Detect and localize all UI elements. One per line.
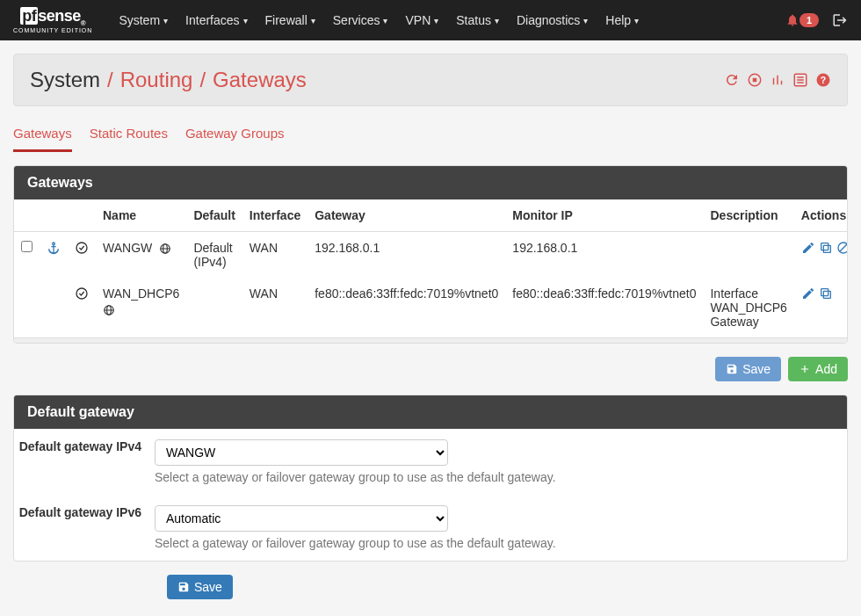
- chart-icon[interactable]: [770, 72, 785, 88]
- reload-icon[interactable]: [724, 72, 740, 88]
- svg-point-8: [76, 243, 87, 253]
- nav-help[interactable]: Help▾: [597, 3, 648, 38]
- svg-rect-20: [823, 291, 830, 298]
- save-button[interactable]: Save: [715, 357, 781, 381]
- tab-static-routes[interactable]: Static Routes: [90, 117, 168, 152]
- logout-icon[interactable]: [832, 12, 848, 28]
- nav-diagnostics[interactable]: Diagnostics▾: [508, 3, 597, 38]
- cell-desc: [703, 232, 793, 279]
- cell-desc: Interface WAN_DHCP6 Gateway: [703, 278, 793, 337]
- bc-gateways[interactable]: Gateways: [213, 68, 307, 92]
- save-icon: [726, 363, 738, 375]
- table-row: WANGW Default (IPv4) WAN 192.168.0.1 192…: [14, 232, 848, 279]
- status-check-icon: [75, 241, 89, 255]
- col-interface: Interface: [242, 199, 308, 232]
- ipv4-help: Select a gateway or failover gateway gro…: [155, 470, 742, 484]
- status-check-icon: [75, 286, 89, 301]
- col-actions: Actions: [794, 199, 848, 232]
- nav-menu: System▾ Interfaces▾ Firewall▾ Services▾ …: [110, 3, 785, 38]
- nav-status[interactable]: Status▾: [447, 3, 508, 38]
- ipv6-help: Select a gateway or failover gateway gro…: [155, 536, 742, 550]
- save-button-bottom[interactable]: Save: [167, 575, 233, 599]
- col-name: Name: [96, 199, 186, 232]
- notifications[interactable]: 1: [785, 13, 819, 27]
- list-icon[interactable]: [792, 72, 808, 88]
- tab-gateways[interactable]: Gateways: [13, 117, 72, 152]
- bell-icon: [785, 13, 800, 27]
- logo[interactable]: pfsense® COMMUNITY EDITION: [13, 7, 92, 34]
- add-button[interactable]: Add: [788, 357, 848, 381]
- default-gateway-panel: Default gateway Default gateway IPv4 WAN…: [13, 395, 848, 562]
- table-row: WAN_DHCP6 WAN fe80::dea6:33ff:fedc:7019%…: [14, 278, 848, 337]
- cell-name: WAN_DHCP6: [96, 278, 186, 337]
- bc-system[interactable]: System: [30, 68, 100, 92]
- ipv4-label: Default gateway IPv4: [14, 439, 155, 484]
- page-header: System / Routing / Gateways ?: [13, 54, 848, 106]
- bc-routing[interactable]: Routing: [120, 68, 193, 92]
- svg-rect-1: [753, 78, 757, 83]
- cell-name: WANGW: [96, 232, 186, 279]
- nav-interfaces[interactable]: Interfaces▾: [177, 3, 256, 38]
- svg-rect-13: [821, 243, 828, 250]
- col-monitor: Monitor IP: [505, 199, 703, 232]
- stop-icon[interactable]: [747, 72, 763, 88]
- copy-icon[interactable]: [819, 286, 833, 301]
- nav-firewall[interactable]: Firewall▾: [257, 3, 324, 38]
- edit-icon[interactable]: [801, 286, 815, 301]
- gateways-panel-title: Gateways: [14, 166, 847, 199]
- nav-system[interactable]: System▾: [110, 3, 177, 38]
- globe-icon: [103, 304, 115, 316]
- ipv6-label: Default gateway IPv6: [14, 505, 155, 550]
- svg-rect-21: [821, 289, 828, 296]
- cell-monitor: fe80::dea6:33ff:fedc:7019%vtnet0: [505, 278, 703, 337]
- copy-icon[interactable]: [819, 241, 833, 255]
- ipv4-select[interactable]: WANGW: [155, 439, 448, 466]
- gateways-table: Name Default Interface Gateway Monitor I…: [14, 199, 848, 337]
- cell-monitor: 192.168.0.1: [505, 232, 703, 279]
- cell-interface: WAN: [242, 232, 308, 279]
- col-description: Description: [703, 199, 793, 232]
- globe-icon: [159, 243, 171, 255]
- gateways-panel: Gateways Name Default Interface Gateway …: [13, 165, 848, 344]
- nav-services[interactable]: Services▾: [324, 3, 397, 38]
- scroll-hint: [14, 337, 847, 343]
- col-gateway: Gateway: [308, 199, 505, 232]
- edit-icon[interactable]: [801, 241, 815, 255]
- nav-vpn[interactable]: VPN▾: [396, 3, 447, 38]
- cell-gateway: fe80::dea6:33ff:fedc:7019%vtnet0: [308, 278, 505, 337]
- help-icon[interactable]: ?: [815, 72, 831, 88]
- plus-icon: [799, 363, 811, 375]
- cell-default: [186, 278, 242, 337]
- navbar: pfsense® COMMUNITY EDITION System▾ Inter…: [0, 0, 861, 40]
- cell-interface: WAN: [242, 278, 308, 337]
- save-icon: [177, 581, 190, 593]
- breadcrumb: System / Routing / Gateways: [30, 68, 307, 92]
- svg-line-15: [840, 244, 847, 251]
- tab-gateway-groups[interactable]: Gateway Groups: [185, 117, 285, 152]
- default-gateway-title: Default gateway: [14, 395, 847, 429]
- disable-icon[interactable]: [836, 241, 848, 255]
- notif-badge: 1: [800, 13, 819, 27]
- anchor-icon[interactable]: [47, 241, 61, 255]
- svg-text:?: ?: [821, 75, 826, 85]
- col-default: Default: [186, 199, 242, 232]
- svg-rect-12: [823, 245, 830, 252]
- tabs: Gateways Static Routes Gateway Groups: [13, 117, 848, 152]
- button-row: Save Add: [13, 357, 848, 381]
- ipv6-select[interactable]: Automatic: [155, 505, 448, 532]
- cell-default: Default (IPv4): [186, 232, 242, 279]
- row-checkbox[interactable]: [21, 241, 33, 252]
- cell-gateway: 192.168.0.1: [308, 232, 505, 279]
- svg-point-16: [76, 288, 87, 299]
